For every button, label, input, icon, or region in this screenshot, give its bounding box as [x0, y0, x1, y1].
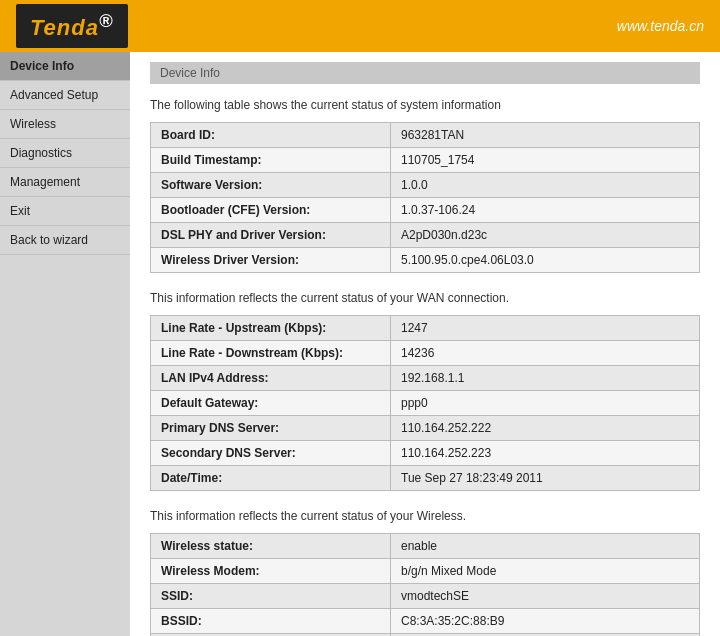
- sidebar-item-exit[interactable]: Exit: [0, 197, 130, 226]
- table-row: Bootloader (CFE) Version:1.0.37-106.24: [151, 198, 700, 223]
- row-value: 1247: [391, 316, 700, 341]
- row-label: Line Rate - Upstream (Kbps):: [151, 316, 391, 341]
- row-label: Default Gateway:: [151, 391, 391, 416]
- row-value: 110705_1754: [391, 148, 700, 173]
- row-label: Date/Time:: [151, 466, 391, 491]
- section2-desc: This information reflects the current st…: [150, 291, 700, 305]
- sidebar-item-device-info[interactable]: Device Info: [0, 52, 130, 81]
- sidebar-item-advanced-setup[interactable]: Advanced Setup: [0, 81, 130, 110]
- row-label: SSID:: [151, 584, 391, 609]
- main-content: Device Info The following table shows th…: [130, 52, 720, 636]
- sidebar: Device InfoAdvanced SetupWirelessDiagnos…: [0, 52, 130, 636]
- sidebar-item-management[interactable]: Management: [0, 168, 130, 197]
- sidebar-item-back-to-wizard[interactable]: Back to wizard: [0, 226, 130, 255]
- row-label: DSL PHY and Driver Version:: [151, 223, 391, 248]
- page-title-bar: Device Info: [150, 62, 700, 84]
- row-label: Board ID:: [151, 123, 391, 148]
- row-label: BSSID:: [151, 609, 391, 634]
- row-value: b/g/n Mixed Mode: [391, 559, 700, 584]
- table-row: Build Timestamp:110705_1754: [151, 148, 700, 173]
- table-row: Line Rate - Downstream (Kbps):14236: [151, 341, 700, 366]
- table-row: Primary DNS Server:110.164.252.222: [151, 416, 700, 441]
- section3-desc: This information reflects the current st…: [150, 509, 700, 523]
- row-label: Build Timestamp:: [151, 148, 391, 173]
- row-value: C8:3A:35:2C:88:B9: [391, 609, 700, 634]
- table-row: Date/Time:Tue Sep 27 18:23:49 2011: [151, 466, 700, 491]
- row-label: Wireless statue:: [151, 534, 391, 559]
- table-row: SSID:vmodtechSE: [151, 584, 700, 609]
- row-label: Primary DNS Server:: [151, 416, 391, 441]
- row-label: LAN IPv4 Address:: [151, 366, 391, 391]
- row-value: 963281TAN: [391, 123, 700, 148]
- table-row: Wireless statue:enable: [151, 534, 700, 559]
- table-row: Default Gateway:ppp0: [151, 391, 700, 416]
- row-label: Bootloader (CFE) Version:: [151, 198, 391, 223]
- row-label: Software Version:: [151, 173, 391, 198]
- row-value: enable: [391, 534, 700, 559]
- row-value: vmodtechSE: [391, 584, 700, 609]
- row-value: Tue Sep 27 18:23:49 2011: [391, 466, 700, 491]
- row-value: A2pD030n.d23c: [391, 223, 700, 248]
- table-row: Wireless Modem:b/g/n Mixed Mode: [151, 559, 700, 584]
- section1-table: Board ID:963281TANBuild Timestamp:110705…: [150, 122, 700, 273]
- row-value: ppp0: [391, 391, 700, 416]
- table-row: Board ID:963281TAN: [151, 123, 700, 148]
- logo-text: Tenda: [30, 16, 99, 41]
- section3-table: Wireless statue:enableWireless Modem:b/g…: [150, 533, 700, 636]
- row-value: 5.100.95.0.cpe4.06L03.0: [391, 248, 700, 273]
- page-title: Device Info: [160, 66, 220, 80]
- row-value: 110.164.252.222: [391, 416, 700, 441]
- logo-registered: ®: [99, 10, 114, 31]
- row-value: 1.0.0: [391, 173, 700, 198]
- sidebar-item-wireless[interactable]: Wireless: [0, 110, 130, 139]
- header-url: www.tenda.cn: [617, 18, 704, 34]
- section1-desc: The following table shows the current st…: [150, 98, 700, 112]
- row-label: Secondary DNS Server:: [151, 441, 391, 466]
- table-row: Line Rate - Upstream (Kbps):1247: [151, 316, 700, 341]
- row-label: Wireless Driver Version:: [151, 248, 391, 273]
- row-label: Line Rate - Downstream (Kbps):: [151, 341, 391, 366]
- row-value: 14236: [391, 341, 700, 366]
- table-row: BSSID:C8:3A:35:2C:88:B9: [151, 609, 700, 634]
- table-row: Wireless Driver Version:5.100.95.0.cpe4.…: [151, 248, 700, 273]
- table-row: Software Version:1.0.0: [151, 173, 700, 198]
- table-row: LAN IPv4 Address:192.168.1.1: [151, 366, 700, 391]
- row-value: 192.168.1.1: [391, 366, 700, 391]
- logo: Tenda®: [16, 4, 128, 47]
- row-label: Wireless Modem:: [151, 559, 391, 584]
- section2-table: Line Rate - Upstream (Kbps):1247Line Rat…: [150, 315, 700, 491]
- table-row: DSL PHY and Driver Version:A2pD030n.d23c: [151, 223, 700, 248]
- layout: Device InfoAdvanced SetupWirelessDiagnos…: [0, 52, 720, 636]
- table-row: Secondary DNS Server:110.164.252.223: [151, 441, 700, 466]
- row-value: 110.164.252.223: [391, 441, 700, 466]
- header: Tenda® www.tenda.cn: [0, 0, 720, 52]
- row-value: 1.0.37-106.24: [391, 198, 700, 223]
- sidebar-item-diagnostics[interactable]: Diagnostics: [0, 139, 130, 168]
